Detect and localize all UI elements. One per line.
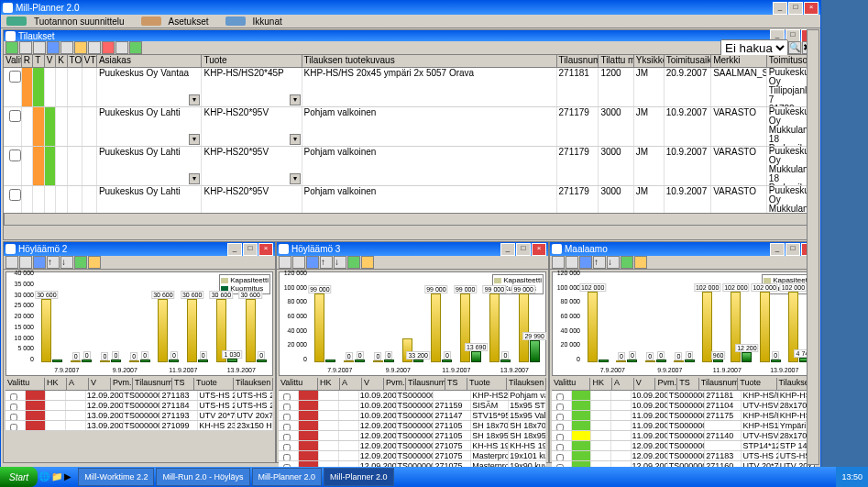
order-row[interactable]: Puukeskus Oy Vantaa▾ KHP-HS/HS20*45P▾ KH…	[4, 68, 818, 107]
row-check[interactable]	[283, 393, 291, 400]
tb-up[interactable]: ↑	[320, 256, 333, 269]
tb-new[interactable]	[5, 41, 18, 54]
col-to[interactable]: TO	[68, 55, 82, 67]
row-check[interactable]	[283, 414, 291, 420]
schedule-row[interactable]: 11.09.2007TS00000060 271175KHP-HS/HS20*4…	[552, 411, 816, 421]
col-t[interactable]: T	[33, 55, 44, 67]
order-row[interactable]: Puukeskus Oy Lahti▾ KHP-HS20*95V▾ Pohjam…	[4, 147, 818, 186]
taskbar-item-3[interactable]: Mill-Planner 2.0	[324, 468, 394, 486]
tb-save[interactable]	[33, 41, 46, 54]
system-tray[interactable]: 13:50	[836, 467, 868, 487]
col-vt[interactable]: VT	[82, 55, 97, 67]
row-check[interactable]	[556, 454, 564, 460]
row-check[interactable]	[556, 393, 564, 400]
row-check[interactable]	[556, 414, 564, 420]
schedule-row[interactable]: 13.09.2007TS00000083 271193UTV 20*70UTV …	[5, 411, 273, 421]
row-check[interactable]	[9, 71, 21, 83]
search-button[interactable]: 🔍	[788, 41, 801, 54]
tb-down[interactable]: ↓	[607, 256, 620, 269]
tb-1[interactable]	[5, 256, 18, 269]
row-check[interactable]	[10, 404, 17, 410]
tb-refresh[interactable]	[47, 41, 60, 54]
tb-y[interactable]	[88, 256, 101, 269]
dropdown-icon[interactable]: ▾	[290, 173, 301, 184]
tb-3[interactable]	[33, 256, 46, 269]
order-row[interactable]: Puukeskus Oy Lahti▾ KHP-HS20*95V▾ Pohjam…	[4, 107, 818, 147]
tb-down[interactable]: ↓	[334, 256, 346, 269]
row-check[interactable]	[9, 189, 21, 201]
dropdown-icon[interactable]: ▾	[189, 173, 200, 184]
schedule-row[interactable]: 13.09.2007TS00000090 271099KH-HS 23x1502…	[5, 421, 273, 431]
col-r[interactable]: R	[22, 55, 33, 67]
col-toimitusaika[interactable]: Toimitusaika	[665, 55, 711, 67]
row-check[interactable]	[9, 149, 21, 161]
chart-min-button[interactable]: _	[500, 243, 515, 256]
row-check[interactable]	[556, 404, 564, 410]
tb-up[interactable]: ↑	[47, 256, 60, 269]
schedule-row[interactable]: 10.09.2007TS00000063 271104UTV-HSV28x170…	[552, 401, 816, 411]
start-button[interactable]: Start	[0, 467, 38, 487]
chart-min-button[interactable]: _	[227, 243, 242, 256]
tb-down[interactable]: ↓	[60, 256, 73, 269]
menu-settings[interactable]: Asetukset	[136, 15, 220, 28]
schedule-row[interactable]: 12.09.2007TS00000072 STP14*120QSTP 14x12…	[552, 441, 816, 451]
tb-3[interactable]	[306, 256, 319, 269]
col-tuotekuvaus[interactable]: Tilauksen tuotekuvaus	[302, 55, 557, 67]
row-check[interactable]	[283, 404, 291, 410]
schedule-row[interactable]: 12.09.2007TS00000065 271105SH 18x70 VKSH…	[279, 421, 546, 431]
menu-windows[interactable]: Ikkunat	[220, 15, 293, 28]
taskbar-item-2[interactable]: Mill-Planner 2.0	[252, 468, 323, 486]
row-check[interactable]	[556, 434, 564, 440]
tb-go[interactable]	[74, 256, 87, 269]
col-maara[interactable]: Tilattu määrä	[599, 55, 633, 67]
tb-1[interactable]	[552, 256, 565, 269]
col-tuote[interactable]: Tuote	[202, 55, 302, 67]
tb-copy[interactable]	[74, 41, 87, 54]
row-check[interactable]	[10, 414, 17, 420]
tb-2[interactable]	[292, 256, 305, 269]
row-check[interactable]	[283, 444, 291, 450]
tb-filter[interactable]	[115, 41, 128, 54]
col-k[interactable]: K	[56, 55, 67, 67]
ql-ie-icon[interactable]: 🌐	[38, 471, 49, 482]
dropdown-icon[interactable]: ▾	[290, 134, 301, 145]
ql-explorer-icon[interactable]: 📁	[51, 471, 62, 482]
tb-y[interactable]	[361, 256, 374, 269]
tb-open[interactable]	[19, 41, 32, 54]
tb-cut[interactable]	[88, 41, 101, 54]
schedule-row[interactable]: 12.09.2007TS00000068 271183UTS-HS 28x145…	[552, 451, 816, 461]
row-check[interactable]	[283, 434, 291, 440]
schedule-row[interactable]: 12.09.2007TS00000066 271105SH 18x95SH 18…	[279, 431, 546, 441]
schedule-row[interactable]: 12.09.2007TS00000067 271075KH-HS 19x120K…	[279, 441, 546, 451]
row-check[interactable]	[10, 393, 17, 400]
taskbar-item-1[interactable]: Mill-Run 2.0 - Höyläys	[156, 468, 249, 486]
orders-hscroll[interactable]	[4, 213, 818, 226]
tb-2[interactable]	[19, 256, 32, 269]
tb-delete[interactable]	[102, 41, 115, 54]
schedule-row[interactable]: 11.09.2007TS00000063 KHP-HS18*95PYmpäri …	[552, 421, 816, 431]
search-select[interactable]: Ei hakua	[720, 39, 788, 57]
taskbar-item-0[interactable]: Mill-Worktime 2.2	[78, 468, 154, 486]
ql-player-icon[interactable]: ▶	[64, 471, 75, 482]
col-valittu[interactable]: Valittu	[4, 55, 22, 67]
main-vscroll[interactable]	[807, 29, 819, 465]
tb-y[interactable]	[634, 256, 647, 269]
schedule-row[interactable]: 12.09.2007TS00000071 271075Masterprof119…	[279, 451, 546, 461]
minimize-button[interactable]: _	[773, 2, 787, 15]
row-check[interactable]	[283, 454, 291, 460]
dropdown-icon[interactable]: ▾	[290, 94, 301, 105]
chart-close-button[interactable]: ×	[532, 243, 546, 256]
dropdown-icon[interactable]: ▾	[189, 134, 200, 145]
row-check[interactable]	[9, 110, 21, 122]
maximize-button[interactable]: □	[788, 2, 803, 15]
tb-2[interactable]	[566, 256, 578, 269]
tb-1[interactable]	[279, 256, 291, 269]
row-check[interactable]	[283, 424, 291, 430]
chart-close-button[interactable]: ×	[258, 243, 273, 256]
tb-3[interactable]	[579, 256, 592, 269]
chart-max-button[interactable]: □	[786, 243, 800, 256]
col-merkki[interactable]: Merkki	[711, 55, 767, 67]
col-v[interactable]: V	[45, 55, 56, 67]
row-check[interactable]	[10, 424, 17, 430]
chart-max-button[interactable]: □	[516, 243, 531, 256]
